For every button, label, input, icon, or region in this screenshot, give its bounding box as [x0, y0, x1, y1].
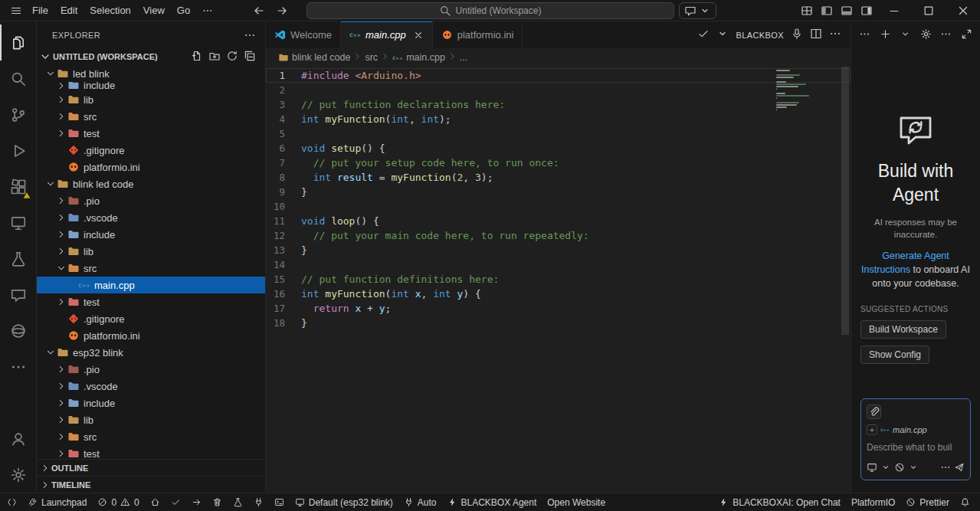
- close-button[interactable]: [946, 0, 980, 21]
- code-line-15[interactable]: 15// put function definitions here:: [266, 272, 851, 287]
- status-pio-port[interactable]: Auto: [398, 493, 442, 511]
- application-menu-icon[interactable]: [6, 1, 26, 21]
- status-remote-indicator[interactable]: [2, 493, 22, 511]
- status-pio-home[interactable]: [145, 493, 166, 511]
- breadcrumb-item-[interactable]: ...: [460, 52, 467, 63]
- activitybar-explorer[interactable]: [0, 25, 36, 61]
- context-chip[interactable]: + C++ main.cpp: [867, 424, 965, 435]
- collapse-folders-button[interactable]: [244, 50, 256, 64]
- status-blackbox-open-chat[interactable]: BLACKBOXAI: Open Chat: [713, 493, 846, 511]
- code-line-13[interactable]: 13}: [266, 243, 851, 257]
- code-editor[interactable]: 1#include <Arduino.h>23// put function d…: [266, 67, 851, 493]
- send-button[interactable]: [954, 462, 965, 475]
- tools-toggle-button[interactable]: [894, 462, 905, 475]
- status-pio-terminal[interactable]: [269, 493, 290, 511]
- tree-item-lib[interactable]: lib: [37, 243, 265, 260]
- blackbox-brand[interactable]: BLACKBOX: [736, 31, 784, 40]
- status-pio-build[interactable]: [166, 493, 186, 511]
- toggle-panel-button[interactable]: [837, 1, 857, 21]
- activitybar-accounts[interactable]: [0, 421, 36, 457]
- tree-item-esp32-blink[interactable]: esp32 blink: [37, 344, 265, 361]
- breadcrumb-item-src[interactable]: src: [365, 52, 378, 63]
- tree-item-lib[interactable]: lib: [37, 411, 265, 428]
- code-line-10[interactable]: 10: [266, 199, 851, 214]
- run-dropdown-button[interactable]: [716, 28, 729, 42]
- maximize-button[interactable]: [911, 0, 946, 21]
- new-folder-button[interactable]: [208, 50, 221, 64]
- code-line-4[interactable]: 4int myFunction(int, int);: [266, 112, 851, 126]
- tree-item-src[interactable]: src: [37, 260, 265, 277]
- tree-item-blink-led-code[interactable]: blink led code: [37, 175, 265, 192]
- expand-panel-button[interactable]: [961, 28, 972, 42]
- activitybar-source-control[interactable]: [0, 97, 36, 133]
- chat-mode-dropdown-button[interactable]: [900, 28, 911, 42]
- workspace-section-header[interactable]: UNTITLED (WORKSPACE): [37, 48, 265, 65]
- tree-item-test[interactable]: test: [37, 445, 265, 459]
- refresh-explorer-button[interactable]: [226, 50, 238, 64]
- breadcrumb-item-blink-led-code[interactable]: blink led code: [278, 52, 350, 63]
- new-file-button[interactable]: [191, 50, 203, 64]
- attach-context-button[interactable]: [867, 405, 881, 419]
- build-workspace-button[interactable]: Build Workspace: [860, 320, 946, 339]
- activitybar-testing[interactable]: [0, 241, 36, 277]
- tree-item-test[interactable]: test: [37, 125, 265, 142]
- code-line-9[interactable]: 9}: [266, 185, 851, 199]
- tree-item-src[interactable]: src: [37, 108, 265, 125]
- status-pio-test[interactable]: [228, 493, 248, 511]
- tree-item-include[interactable]: include: [37, 226, 265, 243]
- tree-item-pio[interactable]: .pio: [37, 361, 265, 378]
- tree-item-vscode[interactable]: .vscode: [37, 209, 265, 226]
- tree-item-main-cpp[interactable]: C++main.cpp: [37, 277, 265, 293]
- run-check-button[interactable]: [697, 28, 710, 42]
- menu-view[interactable]: View: [137, 2, 171, 18]
- code-line-16[interactable]: 16int myFunction(int x, int y) {: [266, 287, 851, 301]
- minimize-button[interactable]: [877, 0, 911, 21]
- code-line-14[interactable]: 14: [266, 257, 851, 272]
- section-timeline[interactable]: TIMELINE: [37, 476, 265, 493]
- status-blackbox-agent[interactable]: BLACKBOX Agent: [442, 493, 542, 511]
- menu-selection[interactable]: Selection: [84, 2, 136, 18]
- code-line-1[interactable]: 1#include <Arduino.h>: [266, 68, 851, 83]
- editor-more-button[interactable]: [829, 28, 841, 42]
- sidebar-more-icon[interactable]: [244, 29, 256, 41]
- tree-item-pio[interactable]: .pio: [37, 192, 265, 209]
- add-context-icon[interactable]: +: [867, 424, 877, 435]
- code-line-6[interactable]: 6void setup() {: [266, 141, 851, 156]
- breadcrumb-item-main-cpp[interactable]: C++main.cpp: [392, 52, 445, 63]
- chat-more-button[interactable]: [940, 28, 952, 42]
- command-center-search[interactable]: Untitled (Workspace): [306, 2, 674, 19]
- activitybar-run-debug[interactable]: [0, 133, 36, 169]
- activitybar-extensions[interactable]: [0, 169, 36, 205]
- minimap[interactable]: [776, 70, 816, 110]
- status-pio-env[interactable]: Default (esp32 blink): [290, 493, 398, 511]
- chat-history-button[interactable]: [859, 28, 870, 42]
- tree-item-src[interactable]: src: [37, 428, 265, 445]
- tab-main-cpp[interactable]: C++main.cpp: [341, 21, 433, 48]
- code-line-2[interactable]: 2: [266, 83, 851, 97]
- code-line-7[interactable]: 7 // put your setup code here, to run on…: [266, 156, 851, 170]
- status-pio-upload[interactable]: [186, 493, 207, 511]
- tree-item-include[interactable]: include: [37, 82, 265, 91]
- status-open-website[interactable]: Open Website: [542, 493, 611, 511]
- activitybar-more-views[interactable]: [0, 349, 36, 385]
- status-problems[interactable]: 00: [92, 493, 144, 511]
- back-icon[interactable]: [249, 1, 269, 21]
- activitybar-platformio-home[interactable]: [0, 313, 36, 349]
- menu-edit[interactable]: Edit: [54, 2, 84, 18]
- new-chat-button[interactable]: [880, 28, 891, 42]
- code-line-5[interactable]: 5: [266, 126, 851, 141]
- code-line-12[interactable]: 12 // put your main code here, to run re…: [266, 228, 851, 243]
- chat-composer[interactable]: + C++ main.cpp Describe what to buil: [860, 398, 971, 480]
- model-dropdown-button[interactable]: [880, 462, 891, 475]
- menu-[interactable]: ⋯: [196, 2, 218, 18]
- tree-item-include[interactable]: include: [37, 395, 265, 411]
- customize-layout-button[interactable]: [797, 1, 817, 21]
- status-platformio-version[interactable]: PlatformIO: [846, 493, 900, 511]
- tree-item-platformio-ini[interactable]: platformio.ini: [37, 327, 265, 344]
- tab-welcome[interactable]: Welcome: [266, 21, 341, 48]
- status-launchpad[interactable]: Launchpad: [22, 493, 92, 511]
- activitybar-remote-explorer[interactable]: [0, 205, 36, 241]
- toggle-secondary-sidebar-button[interactable]: [857, 1, 877, 21]
- code-line-18[interactable]: 18}: [266, 316, 851, 330]
- chat-settings-button[interactable]: [920, 28, 932, 42]
